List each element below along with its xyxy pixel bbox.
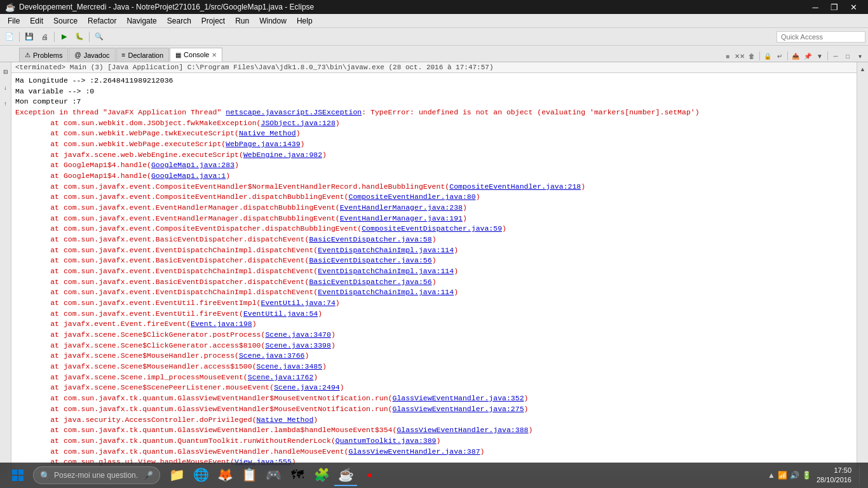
taskbar-app-red[interactable]: ● xyxy=(358,464,381,486)
stacktrace-link[interactable]: EventHandlerManager.java:238 xyxy=(340,203,463,212)
tray-battery-icon: 🔋 xyxy=(802,471,811,480)
taskbar-app-maps[interactable]: 🗺 xyxy=(286,464,309,486)
menu-item-edit[interactable]: Edit xyxy=(25,15,48,27)
stacktrace-link[interactable]: Event.java:198 xyxy=(191,320,252,328)
stacktrace-link[interactable]: WebPage.java:1439 xyxy=(226,140,300,148)
tab-console[interactable]: ▦ Console ✕ xyxy=(170,48,222,62)
menu-item-project[interactable]: Project xyxy=(196,15,230,27)
stacktrace-link[interactable]: JSObject.java:128 xyxy=(261,119,335,127)
minimize-view-button[interactable]: ─ xyxy=(830,50,841,62)
menu-item-file[interactable]: File xyxy=(3,15,25,27)
stacktrace-link[interactable]: CompositeEventHandler.java:218 xyxy=(449,182,581,191)
stacktrace-line: at com.sun.javafx.event.EventHandlerMana… xyxy=(15,214,853,224)
stacktrace-line: at javafx.event.Event.fireEvent(Event.ja… xyxy=(15,319,853,330)
clear-console-button[interactable]: 🗑 xyxy=(746,50,757,62)
stacktrace-line: at com.sun.javafx.event.EventDispatchCha… xyxy=(15,245,853,256)
debug-button[interactable]: 🐛 xyxy=(72,30,86,44)
stacktrace-line: at com.sun.javafx.tk.quantum.GlassViewEv… xyxy=(15,425,853,436)
stacktrace-line: at com.sun.webkit.WebPage.twkExecuteScri… xyxy=(15,128,853,139)
stacktrace-link[interactable]: GlassViewEventHandler.java:388 xyxy=(397,426,528,434)
stacktrace-link[interactable]: GoogleMap1.java:1 xyxy=(151,172,226,180)
stacktrace-link[interactable]: Scene.java:3485 xyxy=(257,362,323,370)
stacktrace-link[interactable]: Scene.java:2494 xyxy=(274,383,340,391)
stacktrace-link[interactable]: QuantumToolkit.java:389 xyxy=(336,437,437,445)
scroll-up-button[interactable]: ▲ xyxy=(857,64,869,75)
pin-console-button[interactable]: 📌 xyxy=(802,50,813,62)
stacktrace-link[interactable]: CompositeEventHandler.java:80 xyxy=(349,193,476,201)
scroll-lock-button[interactable]: 🔒 xyxy=(762,50,773,62)
stacktrace-line: at com.sun.javafx.event.CompositeEventHa… xyxy=(15,182,853,193)
stacktrace-link[interactable]: GlassViewEventHandler.java:352 xyxy=(393,394,524,402)
menu-item-window[interactable]: Window xyxy=(254,15,292,27)
stop-button[interactable]: ■ xyxy=(722,50,733,62)
tab-problems[interactable]: ⚠ Problems xyxy=(19,48,68,62)
taskbar-app-firefox[interactable]: 🦊 xyxy=(214,464,236,486)
new-button[interactable]: 📄 xyxy=(3,30,17,44)
search-button[interactable]: 🔍 xyxy=(92,30,106,44)
close-button[interactable]: ✕ xyxy=(844,0,863,14)
stacktrace-line: at javafx.scene.Scene.impl_processMouseE… xyxy=(15,372,853,383)
menu-item-search[interactable]: Search xyxy=(162,15,196,27)
tab-javadoc[interactable]: @ Javadoc xyxy=(69,48,115,62)
stacktrace-link[interactable]: EventDispatchChainImpl.java:114 xyxy=(318,288,454,296)
quick-access-input[interactable] xyxy=(776,31,865,43)
menu-item-run[interactable]: Run xyxy=(230,15,254,27)
menu-item-refactor[interactable]: Refactor xyxy=(83,15,121,27)
stacktrace-link[interactable]: Scene.java:3398 xyxy=(265,341,331,349)
menu-item-navigate[interactable]: Navigate xyxy=(121,15,161,27)
word-wrap-button[interactable]: ↵ xyxy=(774,50,785,62)
tray-arrow[interactable]: ▲ xyxy=(768,471,775,480)
exception-link[interactable]: netscape.javascript.JSException xyxy=(226,108,362,116)
stacktrace-link[interactable]: GlassViewEventHandler.java:275 xyxy=(393,405,524,413)
stacktrace-link[interactable]: EventDispatchChainImpl.java:114 xyxy=(318,246,454,254)
taskbar-app-explorer[interactable]: 📁 xyxy=(165,464,188,486)
stacktrace-link[interactable]: WebEngine.java:982 xyxy=(243,151,322,159)
stacktrace-link[interactable]: EventUtil.java:54 xyxy=(243,309,318,318)
taskbar-app-java[interactable]: ☕ xyxy=(334,464,357,486)
taskbar-app-game[interactable]: 🎮 xyxy=(262,464,285,486)
show-desktop-button[interactable] xyxy=(859,466,863,485)
open-console-button[interactable]: 📤 xyxy=(790,50,801,62)
stacktrace-link[interactable]: Scene.java:3766 xyxy=(239,351,305,360)
prev-annotation-button[interactable]: ↑ xyxy=(0,97,13,111)
stacktrace-link[interactable]: Native Method xyxy=(257,416,314,424)
view-menu-button[interactable]: ▾ xyxy=(854,50,865,62)
print-button[interactable]: 🖨 xyxy=(37,30,51,44)
stacktrace-link[interactable]: CompositeEventDispatcher.java:59 xyxy=(362,224,502,233)
stacktrace-link[interactable]: Scene.java:1762 xyxy=(248,373,314,381)
collapse-all-button[interactable]: ⊟ xyxy=(0,65,13,79)
stacktrace-link[interactable]: Native Method xyxy=(239,129,296,137)
stacktrace-link[interactable]: BasicEventDispatcher.java:56 xyxy=(309,256,431,264)
stacktrace-line: at javafx.scene.Scene$ClickGenerator.pos… xyxy=(15,330,853,341)
stacktrace-link[interactable]: EventUtil.java:74 xyxy=(261,299,335,307)
stacktrace-link[interactable]: GoogleMap1.java:283 xyxy=(151,161,234,169)
menu-item-source[interactable]: Source xyxy=(48,15,83,27)
remove-launch-button[interactable]: ✕✕ xyxy=(734,50,745,62)
console-wrapper: <terminated> Main (3) [Java Application]… xyxy=(11,62,857,474)
maximize-button[interactable]: ❐ xyxy=(825,0,844,14)
declaration-icon: ≡ xyxy=(122,51,126,58)
tab-declaration[interactable]: ≡ Declaration xyxy=(116,48,169,62)
maximize-view-button[interactable]: □ xyxy=(842,50,853,62)
taskbar-app-puzzle[interactable]: 🧩 xyxy=(310,464,333,486)
next-annotation-button[interactable]: ↓ xyxy=(0,81,13,95)
stacktrace-link[interactable]: GlassViewEventHandler.java:387 xyxy=(349,447,480,456)
save-button[interactable]: 💾 xyxy=(22,30,36,44)
taskbar-clock[interactable]: 17:50 28/10/2016 xyxy=(817,466,851,485)
stacktrace-link[interactable]: EventHandlerManager.java:191 xyxy=(340,214,463,222)
minimize-button[interactable]: ─ xyxy=(806,0,825,14)
stacktrace-link[interactable]: Scene.java:3470 xyxy=(265,330,331,339)
menu-item-help[interactable]: Help xyxy=(292,15,318,27)
console-area[interactable]: Ma Longitude --> :2.2648411989212036Ma v… xyxy=(11,73,857,474)
tabs-bar: ⚠ Problems @ Javadoc ≡ Declaration ▦ Con… xyxy=(0,46,868,62)
stacktrace-link[interactable]: BasicEventDispatcher.java:56 xyxy=(309,278,431,286)
taskbar-search-box[interactable]: 🔍 Posez-moi une question. 🎤 xyxy=(33,466,160,484)
stacktrace-link[interactable]: EventDispatchChainImpl.java:114 xyxy=(318,267,454,275)
tab-console-close[interactable]: ✕ xyxy=(212,51,217,58)
start-button[interactable] xyxy=(5,464,31,486)
run-button[interactable]: ▶ xyxy=(57,30,71,44)
display-selected-console-button[interactable]: ▼ xyxy=(814,50,825,62)
taskbar-app-edge[interactable]: 🌐 xyxy=(189,464,212,486)
stacktrace-link[interactable]: BasicEventDispatcher.java:58 xyxy=(309,235,431,243)
taskbar-app-notepad[interactable]: 📋 xyxy=(238,464,261,486)
